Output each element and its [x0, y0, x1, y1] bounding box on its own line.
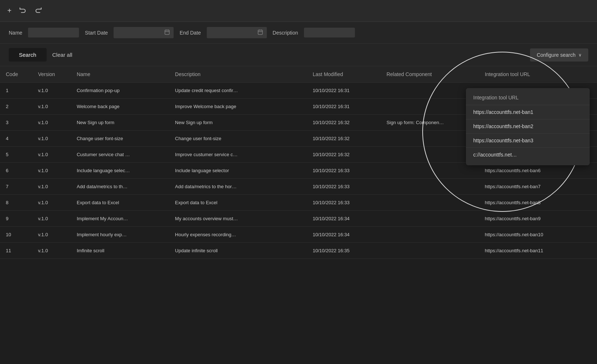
cell-lastmod: 10/10/2022 16:35: [307, 243, 381, 259]
cell-version: v.1.0: [32, 147, 71, 163]
start-date-filter-label: Start Date: [85, 30, 108, 36]
search-bar: Search Clear all Configure search ∨: [0, 44, 597, 66]
cell-related: [381, 243, 479, 259]
configure-search-chevron-icon: ∨: [578, 52, 582, 58]
description-filter-label: Description: [273, 30, 298, 36]
cell-version: v.1.0: [32, 163, 71, 179]
col-header-description: Description: [169, 66, 307, 83]
search-button[interactable]: Search: [9, 48, 47, 62]
cell-lastmod: 10/10/2022 16:34: [307, 227, 381, 243]
redo-icon[interactable]: [34, 6, 42, 16]
cell-version: v.1.0: [32, 243, 71, 259]
cell-description: Include language selector: [169, 163, 307, 179]
configure-search-button[interactable]: Configure search ∨: [530, 48, 588, 62]
table-row[interactable]: 10 v.1.0 Implement hourly exp… Hourly ex…: [0, 227, 597, 243]
cell-related: [381, 211, 479, 227]
name-filter-input[interactable]: [28, 28, 79, 37]
main-content: Integration tool URL https://accounttfs.…: [0, 66, 597, 259]
cell-related: [381, 83, 479, 99]
cell-name: Add data/metrics to th…: [71, 179, 169, 195]
cell-name: Custumer service chat …: [71, 147, 169, 163]
cell-url: https://accounttfs.net-ban7: [479, 179, 597, 195]
cell-name: Welcome back page: [71, 99, 169, 115]
cell-lastmod: 10/10/2022 16:33: [307, 179, 381, 195]
cell-code: 3: [0, 115, 32, 131]
cell-description: Improve Welcome back page: [169, 99, 307, 115]
cell-name: Implement hourly exp…: [71, 227, 169, 243]
cell-name: Imfinite scroll: [71, 243, 169, 259]
cell-related: [381, 131, 479, 147]
cell-description: Export data to Excel: [169, 195, 307, 211]
cell-version: v.1.0: [32, 211, 71, 227]
cell-lastmod: 10/10/2022 16:32: [307, 115, 381, 131]
cell-description: My accounts overview must…: [169, 211, 307, 227]
cell-related: [381, 195, 479, 211]
dropdown-item-0[interactable]: https://accounttfs.net-ban1: [466, 105, 590, 119]
col-header-lastmod: Last Modified: [307, 66, 381, 83]
cell-code: 7: [0, 179, 32, 195]
table-header-row: Code Version Name Description Last Modif…: [0, 66, 597, 83]
cell-lastmod: 10/10/2022 16:31: [307, 99, 381, 115]
undo-icon[interactable]: [19, 6, 27, 16]
search-left: Search Clear all: [9, 48, 74, 62]
add-icon[interactable]: +: [7, 7, 12, 15]
description-filter-input[interactable]: [304, 28, 355, 37]
cell-url: https://accounttfs.net-ban8: [479, 195, 597, 211]
cell-lastmod: 10/10/2022 16:31: [307, 83, 381, 99]
cell-description: Update infinite scroll: [169, 243, 307, 259]
table-row[interactable]: 9 v.1.0 Implement My Accoun… My accounts…: [0, 211, 597, 227]
cell-version: v.1.0: [32, 179, 71, 195]
cell-description: New Sign up form: [169, 115, 307, 131]
end-date-wrapper: [207, 27, 267, 38]
cell-related: [381, 227, 479, 243]
end-date-filter-label: End Date: [179, 30, 201, 36]
start-date-input[interactable]: [117, 30, 163, 35]
cell-version: v.1.0: [32, 99, 71, 115]
cell-description: Update credit request confir…: [169, 83, 307, 99]
cell-code: 6: [0, 163, 32, 179]
cell-code: 8: [0, 195, 32, 211]
dropdown-item-2[interactable]: https://accounttfs.net-ban3: [466, 134, 590, 148]
col-header-code: Code: [0, 66, 32, 83]
cell-version: v.1.0: [32, 227, 71, 243]
svg-rect-0: [165, 30, 169, 35]
col-header-name: Name: [71, 66, 169, 83]
dropdown-item-3[interactable]: c://accounttfs.net…: [466, 148, 590, 162]
end-date-calendar-icon[interactable]: [257, 29, 263, 36]
cell-version: v.1.0: [32, 131, 71, 147]
configure-search-label: Configure search: [537, 52, 576, 58]
cell-related: [381, 147, 479, 163]
cell-description: Add data/metrics to the hor…: [169, 179, 307, 195]
cell-code: 4: [0, 131, 32, 147]
col-header-version: Version: [32, 66, 71, 83]
end-date-input[interactable]: [210, 30, 256, 35]
col-header-url: Integration tool URL: [479, 66, 597, 83]
cell-name: New Sign up form: [71, 115, 169, 131]
dropdown-item-1[interactable]: https://accounttfs.net-ban2: [466, 119, 590, 134]
dropdown-header: Integration tool URL: [466, 92, 590, 105]
cell-code: 2: [0, 99, 32, 115]
cell-name: Confirmation pop-up: [71, 83, 169, 99]
table-row[interactable]: 7 v.1.0 Add data/metrics to th… Add data…: [0, 179, 597, 195]
svg-rect-4: [258, 30, 262, 35]
start-date-wrapper: [114, 27, 174, 38]
toolbar: +: [0, 0, 597, 22]
cell-version: v.1.0: [32, 195, 71, 211]
cell-related: [381, 163, 479, 179]
cell-description: Hourly expenses recording…: [169, 227, 307, 243]
cell-lastmod: 10/10/2022 16:33: [307, 195, 381, 211]
cell-url: https://accounttfs.net-ban10: [479, 227, 597, 243]
integration-url-dropdown[interactable]: Integration tool URL https://accounttfs.…: [466, 88, 590, 165]
cell-name: Include language selec…: [71, 163, 169, 179]
table-row[interactable]: 8 v.1.0 Export data to Excel Export data…: [0, 195, 597, 211]
table-row[interactable]: 11 v.1.0 Imfinite scroll Update infinite…: [0, 243, 597, 259]
cell-code: 5: [0, 147, 32, 163]
cell-related: Sign up form: Componen…: [381, 115, 479, 131]
name-filter-label: Name: [9, 30, 22, 36]
cell-code: 1: [0, 83, 32, 99]
clear-all-button[interactable]: Clear all: [51, 48, 74, 62]
cell-name: Change user font-size: [71, 131, 169, 147]
start-date-calendar-icon[interactable]: [164, 29, 170, 36]
cell-url: https://accounttfs.net-ban9: [479, 211, 597, 227]
cell-version: v.1.0: [32, 115, 71, 131]
